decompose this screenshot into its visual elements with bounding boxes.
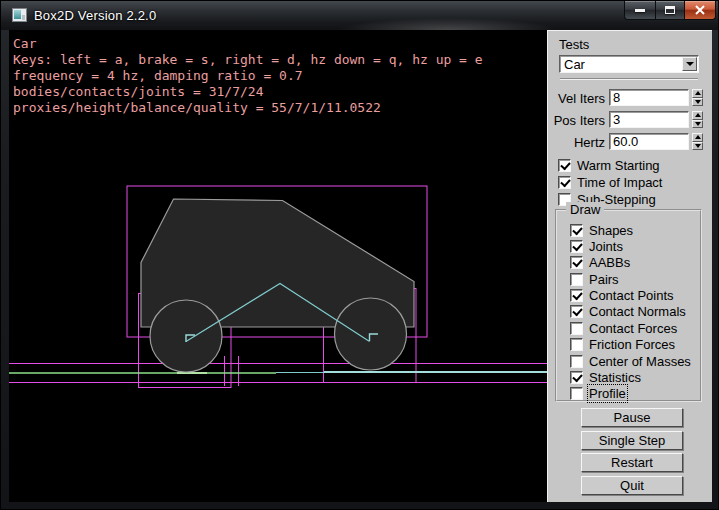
title-bar[interactable]: Box2D Version 2.2.0 bbox=[1, 1, 718, 30]
window-title: Box2D Version 2.2.0 bbox=[34, 8, 156, 23]
checkbox-joints[interactable]: Joints bbox=[570, 239, 691, 253]
control-panel: Tests Car Vel Iters Pos Iters bbox=[547, 30, 712, 502]
checkbox-contact-forces[interactable]: Contact Forces bbox=[570, 321, 691, 335]
checkbox-label: Shapes bbox=[589, 223, 633, 238]
checkbox-box[interactable] bbox=[570, 387, 583, 400]
checkbox-label: Warm Starting bbox=[577, 158, 660, 173]
close-button[interactable] bbox=[685, 1, 716, 20]
arrow-down-icon bbox=[695, 144, 701, 148]
vel-iters-up-button[interactable] bbox=[692, 89, 703, 98]
draw-groupbox-label: Draw bbox=[566, 202, 604, 217]
app-icon bbox=[12, 8, 27, 22]
checkbox-label: Friction Forces bbox=[589, 337, 675, 352]
checkbox-box[interactable] bbox=[570, 355, 583, 368]
single-step-button[interactable]: Single Step bbox=[581, 431, 683, 450]
simulation-canvas[interactable]: CarKeys: left = a, brake = s, right = d,… bbox=[9, 30, 547, 502]
checkbox-label: Contact Normals bbox=[589, 304, 686, 319]
checkbox-box[interactable] bbox=[570, 305, 583, 318]
arrow-up-icon bbox=[695, 113, 701, 117]
hertz-up-button[interactable] bbox=[692, 133, 703, 142]
checkbox-pairs[interactable]: Pairs bbox=[570, 272, 691, 286]
maximize-button[interactable] bbox=[656, 1, 685, 20]
checkbox-shapes[interactable]: Shapes bbox=[570, 223, 691, 237]
checkbox-box[interactable] bbox=[558, 159, 571, 172]
app-icon-dot bbox=[22, 15, 25, 20]
checkbox-label: Time of Impact bbox=[577, 175, 662, 190]
info-line-frequency: frequency = 4 hz, damping ratio = 0.7 bbox=[13, 68, 483, 84]
vel-iters-down-button[interactable] bbox=[692, 98, 703, 107]
arrow-down-icon bbox=[695, 100, 701, 104]
close-icon bbox=[694, 5, 706, 15]
draw-options-list: Shapes Joints AABBs Pairs bbox=[570, 223, 691, 401]
checkbox-contact-points[interactable]: Contact Points bbox=[570, 289, 691, 303]
checkbox-box[interactable] bbox=[570, 371, 583, 384]
checkbox-statistics[interactable]: Statistics bbox=[570, 371, 691, 385]
checkbox-box[interactable] bbox=[570, 273, 583, 286]
checkbox-warm-starting[interactable]: Warm Starting bbox=[558, 158, 660, 172]
hertz-down-button[interactable] bbox=[692, 142, 703, 151]
client-area: CarKeys: left = a, brake = s, right = d,… bbox=[9, 30, 712, 502]
checkbox-box[interactable] bbox=[570, 224, 583, 237]
checkbox-label: Pairs bbox=[589, 272, 619, 287]
checkbox-label: Statistics bbox=[589, 370, 641, 385]
separator bbox=[560, 78, 698, 80]
info-line-proxies: proxies/height/balance/quality = 55/7/1/… bbox=[13, 100, 483, 116]
tests-dropdown[interactable]: Car bbox=[559, 55, 699, 73]
hertz-label: Hertz bbox=[548, 135, 605, 150]
checkbox-label: Contact Forces bbox=[589, 321, 677, 336]
arrow-down-icon bbox=[695, 122, 701, 126]
checkbox-center-of-masses[interactable]: Center of Masses bbox=[570, 354, 691, 368]
checkbox-time-of-impact[interactable]: Time of Impact bbox=[558, 175, 662, 189]
pos-iters-input[interactable] bbox=[609, 111, 689, 128]
pos-iters-down-button[interactable] bbox=[692, 120, 703, 129]
dropdown-arrow-button[interactable] bbox=[682, 57, 697, 71]
hertz-stepper bbox=[692, 133, 703, 150]
arrow-up-icon bbox=[695, 135, 701, 139]
hertz-row: Hertz bbox=[548, 133, 713, 150]
app-window: Box2D Version 2.2.0 bbox=[0, 0, 719, 510]
checkbox-friction-forces[interactable]: Friction Forces bbox=[570, 338, 691, 352]
action-button-group: Pause Single Step Restart Quit bbox=[581, 408, 683, 495]
checkbox-box[interactable] bbox=[558, 176, 571, 189]
checkbox-label: AABBs bbox=[589, 255, 630, 270]
quit-button[interactable]: Quit bbox=[581, 476, 683, 495]
vel-iters-row: Vel Iters bbox=[548, 89, 713, 106]
info-line-counts: bodies/contacts/joints = 31/7/24 bbox=[13, 84, 483, 100]
info-line-title: Car bbox=[13, 36, 483, 52]
vel-iters-label: Vel Iters bbox=[548, 91, 605, 106]
arrow-up-icon bbox=[695, 91, 701, 95]
checkbox-contact-normals[interactable]: Contact Normals bbox=[570, 305, 691, 319]
info-line-keys: Keys: left = a, brake = s, right = d, hz… bbox=[13, 52, 483, 68]
pos-iters-up-button[interactable] bbox=[692, 111, 703, 120]
pos-iters-stepper bbox=[692, 111, 703, 128]
checkbox-box[interactable] bbox=[570, 322, 583, 335]
draw-groupbox: Draw Shapes Joints AABBs bbox=[555, 209, 702, 402]
checkbox-label: Contact Points bbox=[589, 288, 674, 303]
checkbox-label: Joints bbox=[589, 239, 623, 254]
tests-dropdown-value: Car bbox=[560, 57, 682, 72]
minimize-button[interactable] bbox=[624, 1, 656, 20]
debug-info-text: CarKeys: left = a, brake = s, right = d,… bbox=[13, 36, 483, 116]
pos-iters-row: Pos Iters bbox=[548, 111, 713, 128]
caption-button-group bbox=[624, 1, 716, 20]
minimize-icon bbox=[635, 9, 645, 12]
checkbox-box[interactable] bbox=[570, 289, 583, 302]
app-icon-inner bbox=[14, 10, 21, 19]
maximize-icon bbox=[665, 6, 675, 14]
pos-iters-label: Pos Iters bbox=[548, 113, 605, 128]
hertz-input[interactable] bbox=[609, 133, 689, 150]
restart-button[interactable]: Restart bbox=[581, 453, 683, 472]
pause-button[interactable]: Pause bbox=[581, 408, 683, 427]
checkbox-profile[interactable]: Profile bbox=[570, 387, 691, 401]
vel-iters-stepper bbox=[692, 89, 703, 106]
tests-label: Tests bbox=[559, 37, 589, 52]
chevron-down-icon bbox=[686, 62, 694, 66]
checkbox-box[interactable] bbox=[570, 256, 583, 269]
checkbox-box[interactable] bbox=[570, 240, 583, 253]
vel-iters-input[interactable] bbox=[609, 89, 689, 106]
checkbox-label: Profile bbox=[589, 386, 626, 401]
checkbox-label: Center of Masses bbox=[589, 354, 691, 369]
checkbox-aabbs[interactable]: AABBs bbox=[570, 256, 691, 270]
checkbox-box[interactable] bbox=[570, 338, 583, 351]
